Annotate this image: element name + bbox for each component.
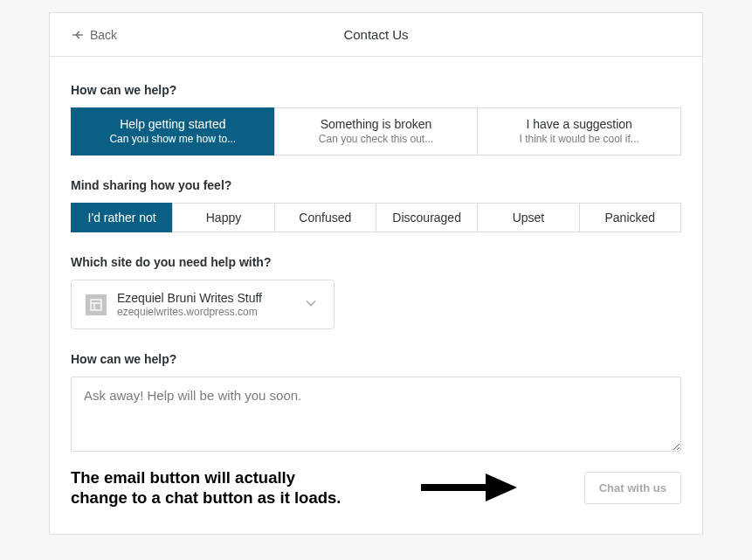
- category-title: Help getting started: [77, 117, 269, 131]
- contact-panel: Back Contact Us How can we help? Help ge…: [49, 12, 703, 535]
- annotation-text: The email button will actually change to…: [71, 467, 341, 508]
- svg-rect-1: [421, 484, 486, 491]
- category-title: Something is broken: [280, 117, 473, 131]
- annotation-line2: change to a chat button as it loads.: [71, 488, 341, 507]
- mood-option-confused[interactable]: Confused: [274, 203, 376, 232]
- mood-option-upset[interactable]: Upset: [477, 203, 579, 232]
- svg-marker-2: [486, 474, 517, 501]
- footer-row: The email button will actually change to…: [71, 467, 681, 508]
- category-title: I have a suggestion: [483, 117, 675, 131]
- site-question: Which site do you need help with?: [71, 255, 681, 269]
- category-option-broken[interactable]: Something is broken Can you check this o…: [274, 107, 479, 156]
- mood-options: I'd rather not Happy Confused Discourage…: [71, 203, 681, 232]
- mood-option-panicked[interactable]: Panicked: [579, 203, 681, 232]
- panel-header: Back Contact Us: [50, 13, 702, 57]
- site-select[interactable]: Ezequiel Bruni Writes Stuff ezequielwrit…: [71, 280, 335, 329]
- arrow-right-icon: [421, 472, 517, 503]
- site-icon: [86, 294, 107, 315]
- panel-body: How can we help? Help getting started Ca…: [50, 57, 702, 529]
- help-category-options: Help getting started Can you show me how…: [71, 107, 681, 156]
- category-subtitle: Can you show me how to...: [77, 133, 269, 145]
- site-url: ezequielwrites.wordpress.com: [117, 306, 262, 318]
- category-subtitle: Can you check this out...: [280, 133, 473, 145]
- site-section: Which site do you need help with? Ezequi…: [71, 255, 681, 329]
- mood-option-discouraged[interactable]: Discouraged: [376, 203, 478, 232]
- mood-option-rather-not[interactable]: I'd rather not: [71, 203, 173, 232]
- site-name: Ezequiel Bruni Writes Stuff: [117, 291, 262, 305]
- back-label: Back: [90, 28, 117, 42]
- mood-option-happy[interactable]: Happy: [172, 203, 274, 232]
- page-title: Contact Us: [343, 27, 408, 42]
- help-category-section: How can we help? Help getting started Ca…: [71, 83, 681, 156]
- annotation-line1: The email button will actually: [71, 468, 295, 487]
- category-subtitle: I think it would be cool if...: [483, 133, 675, 145]
- chevron-down-icon: [302, 294, 320, 315]
- mood-question: Mind sharing how you feel?: [71, 178, 681, 192]
- site-text: Ezequiel Bruni Writes Stuff ezequielwrit…: [117, 291, 262, 318]
- message-textarea[interactable]: [71, 377, 681, 452]
- site-select-content: Ezequiel Bruni Writes Stuff ezequielwrit…: [86, 291, 262, 318]
- category-option-getting-started[interactable]: Help getting started Can you show me how…: [71, 107, 275, 156]
- back-button[interactable]: Back: [71, 28, 117, 42]
- svg-rect-0: [91, 300, 101, 310]
- category-option-suggestion[interactable]: I have a suggestion I think it would be …: [477, 107, 681, 156]
- chat-button[interactable]: Chat with us: [584, 472, 681, 504]
- arrow-left-icon: [71, 28, 85, 42]
- mood-section: Mind sharing how you feel? I'd rather no…: [71, 178, 681, 232]
- message-question: How can we help?: [71, 352, 681, 366]
- message-section: How can we help?: [71, 352, 681, 455]
- help-category-question: How can we help?: [71, 83, 681, 97]
